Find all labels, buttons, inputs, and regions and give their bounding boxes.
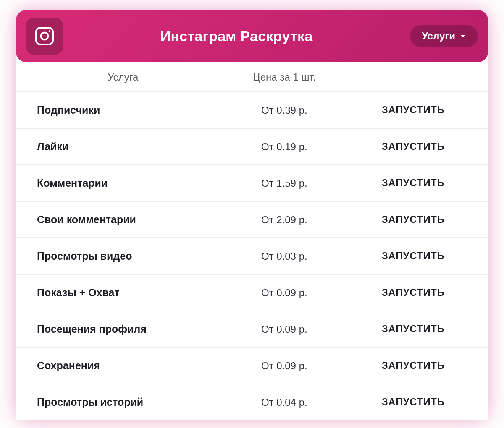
table-row: Посещения профиляОт 0.09 р.ЗАПУСТИТЬ xyxy=(16,311,488,347)
services-dropdown[interactable]: Услуги xyxy=(410,25,478,47)
column-header-action xyxy=(360,71,467,83)
service-name: Просмотры историй xyxy=(37,396,209,408)
rows-container: ПодписчикиОт 0.39 р.ЗАПУСТИТЬЛайкиОт 0.1… xyxy=(16,91,488,420)
service-price: От 0.04 р. xyxy=(209,397,360,408)
action-cell: ЗАПУСТИТЬ xyxy=(360,251,467,262)
instagram-icon xyxy=(26,18,63,55)
table-row: ЛайкиОт 0.19 р.ЗАПУСТИТЬ xyxy=(16,128,488,164)
service-name: Лайки xyxy=(37,141,209,153)
action-cell: ЗАПУСТИТЬ xyxy=(360,360,467,371)
launch-button[interactable]: ЗАПУСТИТЬ xyxy=(382,397,445,408)
action-cell: ЗАПУСТИТЬ xyxy=(360,214,467,225)
svg-rect-0 xyxy=(36,28,53,44)
launch-button[interactable]: ЗАПУСТИТЬ xyxy=(382,177,445,189)
service-price: От 0.09 р. xyxy=(209,287,360,299)
service-name: Посещения профиля xyxy=(37,323,209,335)
action-cell: ЗАПУСТИТЬ xyxy=(360,141,467,152)
service-card: Инстаграм Раскрутка Услуги Услуга Цена з… xyxy=(16,10,488,420)
service-name: Подписчики xyxy=(37,104,209,116)
service-name: Свои комментарии xyxy=(37,214,209,226)
table-row: Просмотры видеоОт 0.03 р.ЗАПУСТИТЬ xyxy=(16,237,488,274)
table-row: ПодписчикиОт 0.39 р.ЗАПУСТИТЬ xyxy=(16,91,488,128)
service-name: Показы + Охват xyxy=(37,287,209,299)
table-header: Услуга Цена за 1 шт. xyxy=(16,62,488,91)
dropdown-label: Услуги xyxy=(422,30,455,42)
table-row: Просмотры историйОт 0.04 р.ЗАПУСТИТЬ xyxy=(16,384,488,420)
action-cell: ЗАПУСТИТЬ xyxy=(360,104,467,116)
launch-button[interactable]: ЗАПУСТИТЬ xyxy=(382,141,445,152)
caret-down-icon xyxy=(459,34,466,39)
service-price: От 2.09 р. xyxy=(209,214,360,226)
svg-point-2 xyxy=(49,30,51,32)
service-price: От 0.39 р. xyxy=(209,104,360,116)
action-cell: ЗАПУСТИТЬ xyxy=(360,177,467,189)
service-price: От 0.03 р. xyxy=(209,251,360,262)
service-price: От 1.59 р. xyxy=(209,177,360,189)
action-cell: ЗАПУСТИТЬ xyxy=(360,397,467,408)
launch-button[interactable]: ЗАПУСТИТЬ xyxy=(382,251,445,262)
launch-button[interactable]: ЗАПУСТИТЬ xyxy=(382,214,445,225)
action-cell: ЗАПУСТИТЬ xyxy=(360,287,467,298)
column-header-price: Цена за 1 шт. xyxy=(209,71,360,83)
svg-point-1 xyxy=(41,33,48,40)
launch-button[interactable]: ЗАПУСТИТЬ xyxy=(382,104,445,116)
launch-button[interactable]: ЗАПУСТИТЬ xyxy=(382,360,445,371)
service-name: Комментарии xyxy=(37,177,209,189)
table-row: КомментарииОт 1.59 р.ЗАПУСТИТЬ xyxy=(16,164,488,201)
table-row: Показы + ОхватОт 0.09 р.ЗАПУСТИТЬ xyxy=(16,274,488,311)
column-header-service: Услуга xyxy=(37,71,209,83)
service-price: От 0.19 р. xyxy=(209,141,360,153)
card-title: Инстаграм Раскрутка xyxy=(63,28,410,44)
service-price: От 0.09 р. xyxy=(209,324,360,335)
service-name: Сохранения xyxy=(37,360,209,372)
launch-button[interactable]: ЗАПУСТИТЬ xyxy=(382,324,445,335)
table-row: СохраненияОт 0.09 р.ЗАПУСТИТЬ xyxy=(16,347,488,384)
launch-button[interactable]: ЗАПУСТИТЬ xyxy=(382,287,445,298)
service-price: От 0.09 р. xyxy=(209,360,360,372)
table-row: Свои комментарииОт 2.09 р.ЗАПУСТИТЬ xyxy=(16,201,488,237)
service-name: Просмотры видео xyxy=(37,250,209,262)
card-header: Инстаграм Раскрутка Услуги xyxy=(16,10,488,62)
action-cell: ЗАПУСТИТЬ xyxy=(360,324,467,335)
